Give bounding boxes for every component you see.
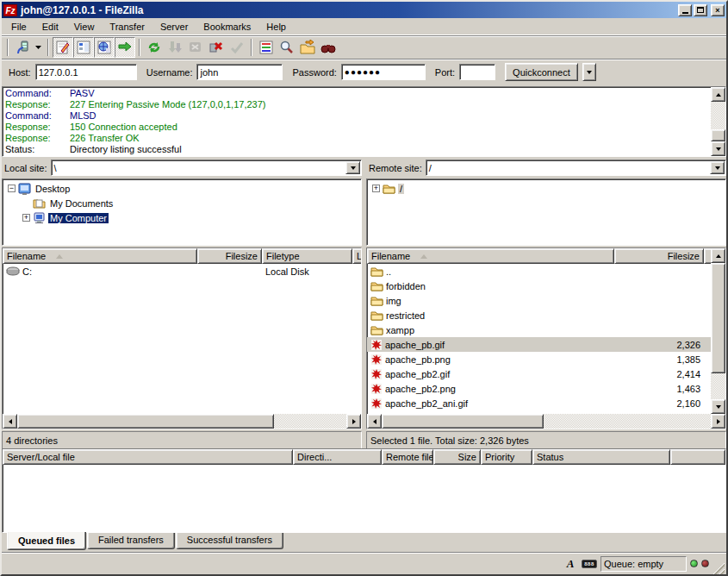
scroll-right-button[interactable] <box>711 414 725 429</box>
quickconnect-dropdown[interactable] <box>582 63 596 81</box>
password-input[interactable] <box>341 64 426 80</box>
menu-server[interactable]: Server <box>152 20 196 34</box>
tree-item[interactable]: −Desktop <box>3 181 361 196</box>
resize-grip[interactable] <box>712 562 725 574</box>
column-header-filesize[interactable]: Filesize <box>197 248 262 264</box>
triangle-up-icon <box>716 254 721 258</box>
log-scrollbar[interactable] <box>711 87 725 156</box>
column-header-filename[interactable]: Filename <box>367 248 614 264</box>
refresh-button[interactable] <box>144 37 165 58</box>
title-bar[interactable]: Fz john@127.0.0.1 - FileZilla × <box>2 2 726 18</box>
file-row[interactable]: apache_pb2.gif2,414 <box>367 366 711 381</box>
file-row[interactable]: restricted <box>367 308 711 322</box>
file-row[interactable]: .. <box>367 264 711 279</box>
scrollbar-thumb[interactable] <box>711 129 725 141</box>
remote-site-value: / <box>426 163 710 173</box>
file-row[interactable]: forbidden <box>367 279 711 293</box>
remote-vscrollbar[interactable] <box>711 248 725 414</box>
scrollbar-thumb[interactable] <box>382 414 544 429</box>
local-site-dropdown[interactable] <box>345 161 360 174</box>
column-header-filename[interactable]: Filename <box>3 248 197 264</box>
scrollbar-track[interactable] <box>711 102 725 129</box>
filename-cell: apache_pb2_ani.gif <box>367 396 614 410</box>
collapse-icon[interactable]: − <box>8 185 16 192</box>
transfer-type-indicator[interactable]: A <box>563 557 578 571</box>
speed-limits-indicator[interactable]: 888 <box>582 557 597 571</box>
toggle-local-tree-button[interactable] <box>73 37 94 58</box>
toggle-remote-tree-button[interactable] <box>94 37 115 58</box>
menu-file[interactable]: File <box>3 20 34 34</box>
column-header-directi-[interactable]: Directi... <box>293 449 382 465</box>
column-header-remote-file[interactable]: Remote file <box>382 449 433 465</box>
toggle-queue-button[interactable] <box>115 37 135 58</box>
file-row[interactable]: xampp <box>367 322 711 337</box>
quickconnect-button[interactable]: Quickconnect <box>505 63 578 81</box>
menu-bookmarks[interactable]: Bookmarks <box>196 20 258 34</box>
scrollbar-track[interactable] <box>711 373 725 399</box>
remote-hscrollbar[interactable] <box>367 414 725 429</box>
file-row[interactable]: apache_pb2_ani.gif2,160 <box>367 396 711 410</box>
maximize-icon <box>697 7 704 13</box>
minimize-button[interactable] <box>678 4 692 16</box>
local-hscrollbar[interactable] <box>3 414 361 429</box>
compare-button[interactable] <box>277 37 297 58</box>
scroll-left-button[interactable] <box>367 414 382 429</box>
maximize-button[interactable] <box>694 4 707 16</box>
port-input[interactable] <box>459 64 495 80</box>
column-header-size[interactable]: Size <box>433 449 481 465</box>
process-queue-button[interactable] <box>165 37 185 58</box>
tree-item[interactable]: +/ <box>367 181 725 196</box>
remote-site-combo[interactable]: / <box>426 160 726 176</box>
close-button[interactable]: × <box>711 4 725 16</box>
scrollbar-track[interactable] <box>544 414 711 429</box>
site-manager-button[interactable] <box>12 37 33 58</box>
expand-icon[interactable]: + <box>372 185 380 192</box>
filter-button[interactable] <box>256 37 277 58</box>
cancel-button[interactable] <box>185 37 206 58</box>
scrollbar-track[interactable] <box>274 414 346 429</box>
scroll-left-button[interactable] <box>3 414 17 429</box>
host-label: Host: <box>9 67 31 78</box>
tree-item[interactable]: +My Computer <box>3 210 361 225</box>
file-row[interactable]: apache_pb.gif2,326 <box>367 337 711 352</box>
scroll-up-button[interactable] <box>711 248 725 263</box>
tab-failed-transfers[interactable]: Failed transfers <box>87 533 175 549</box>
filesize-cell <box>614 264 704 279</box>
remote-site-dropdown[interactable] <box>710 161 725 174</box>
find-button[interactable] <box>318 37 339 58</box>
menu-edit[interactable]: Edit <box>34 20 66 34</box>
host-input[interactable] <box>35 64 137 80</box>
menu-help[interactable]: Help <box>258 20 294 34</box>
scroll-down-button[interactable] <box>711 399 725 414</box>
file-row[interactable]: img <box>367 293 711 308</box>
column-header-status[interactable]: Status <box>532 449 670 465</box>
disconnect-button[interactable] <box>206 37 227 58</box>
scroll-right-button[interactable] <box>346 414 361 429</box>
local-site-combo[interactable]: \ <box>51 160 362 176</box>
toggle-message-log-button[interactable] <box>53 37 73 58</box>
tab-queued-files[interactable]: Queued files <box>7 532 86 550</box>
menu-transfer[interactable]: Transfer <box>102 20 152 34</box>
site-manager-dropdown[interactable] <box>33 37 44 58</box>
tree-item[interactable]: My Documents <box>3 196 361 210</box>
column-header-filesize[interactable]: Filesize <box>614 248 704 264</box>
column-header-server-local-file[interactable]: Server/Local file <box>3 449 293 465</box>
scroll-down-button[interactable] <box>711 141 725 156</box>
file-row[interactable]: apache_pb2.png1,463 <box>367 381 711 396</box>
column-header-filetype[interactable]: Filetype <box>262 248 352 264</box>
file-row[interactable]: C:Local Disk <box>3 264 361 279</box>
scrollbar-thumb[interactable] <box>711 263 725 373</box>
menu-view[interactable]: View <box>66 20 103 34</box>
sync-browsing-button[interactable] <box>297 37 318 58</box>
queue-list-header: Server/Local fileDirecti...Remote fileSi… <box>3 449 725 465</box>
column-header-l[interactable]: L <box>352 248 361 264</box>
column-header-priority[interactable]: Priority <box>481 449 532 465</box>
file-row[interactable]: apache_pb.png1,385 <box>367 352 711 366</box>
scrollbar-thumb[interactable] <box>17 414 274 429</box>
scroll-up-button[interactable] <box>711 87 725 102</box>
tab-successful-transfers[interactable]: Successful transfers <box>176 533 283 549</box>
expand-icon[interactable]: + <box>22 214 30 222</box>
reconnect-button[interactable] <box>227 37 247 58</box>
data-activity-led-green <box>690 560 698 567</box>
username-input[interactable] <box>196 64 283 80</box>
